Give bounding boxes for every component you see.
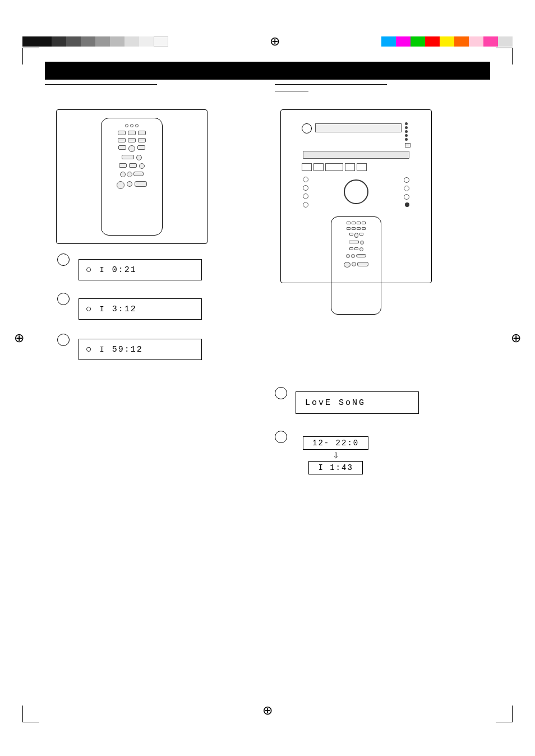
hr-left	[45, 84, 157, 85]
hr-right	[275, 84, 387, 85]
cb5	[81, 36, 95, 47]
cbr5	[440, 36, 454, 47]
right-crosshair: ⊕	[511, 331, 521, 345]
corner-mark-br	[496, 722, 513, 722]
cb8	[124, 36, 139, 47]
display2-time: 3:12	[112, 305, 137, 314]
circle-2	[57, 293, 70, 305]
remote-left-body	[101, 118, 163, 236]
remote-left-box	[56, 109, 207, 244]
color-strip-right	[381, 36, 513, 47]
cb1	[22, 36, 37, 47]
cb4	[66, 36, 81, 47]
cbr1	[381, 36, 396, 47]
cbr2	[396, 36, 411, 47]
color-strip-left	[22, 36, 168, 47]
display-box-2: ○ I 3:12	[79, 298, 202, 320]
cb2	[37, 36, 52, 47]
cb7	[110, 36, 124, 47]
corner-mark-tr-v	[512, 48, 513, 64]
display-box-3: ○ I 59:12	[79, 339, 202, 360]
display3-icon: ○	[86, 344, 92, 355]
mini-arrow: ⇩	[333, 451, 339, 460]
display2-icon: ○	[86, 303, 92, 315]
cb9	[139, 36, 154, 47]
love-song-display: LovE SoNG	[296, 391, 419, 414]
circle-5	[275, 431, 287, 443]
mini-display-bottom: I 1:43	[308, 461, 362, 474]
cbr9	[498, 36, 513, 47]
header-bar	[45, 62, 490, 80]
cbr3	[411, 36, 425, 47]
love-song-text: LovE SoNG	[296, 398, 375, 408]
corner-mark-tl-v	[22, 48, 23, 64]
corner-mark-bl-v	[22, 706, 23, 722]
top-bar	[0, 35, 535, 48]
corner-mark-bl	[22, 722, 39, 722]
center-crosshair-top	[268, 35, 282, 48]
mini-display-top: 12- 22:0	[303, 436, 368, 450]
bottom-crosshair: ⊕	[262, 703, 273, 718]
cbr7	[469, 36, 483, 47]
display1-pipe: I	[100, 266, 104, 274]
cbr8	[483, 36, 498, 47]
circle-3	[57, 334, 70, 346]
cbr6	[454, 36, 469, 47]
circle-1	[57, 253, 70, 266]
remote-right-small	[331, 216, 381, 315]
cb3	[52, 36, 66, 47]
display2-pipe: I	[100, 305, 104, 314]
display1-icon: ○	[86, 264, 92, 275]
corner-mark-br-v	[512, 706, 513, 722]
display3-time: 59:12	[112, 345, 143, 354]
display3-pipe: I	[100, 345, 104, 354]
cbr4	[425, 36, 440, 47]
display-box-1: ○ I 0:21	[79, 259, 202, 280]
mini-display-group: 12- 22:0 ⇩ I 1:43	[303, 436, 368, 474]
device-right-box	[280, 109, 432, 283]
left-crosshair: ⊕	[14, 331, 24, 345]
circle-4	[275, 387, 287, 399]
display1-time: 0:21	[112, 265, 137, 275]
cb6	[95, 36, 110, 47]
hr-right-underline	[275, 91, 308, 91]
cb10	[154, 36, 168, 47]
